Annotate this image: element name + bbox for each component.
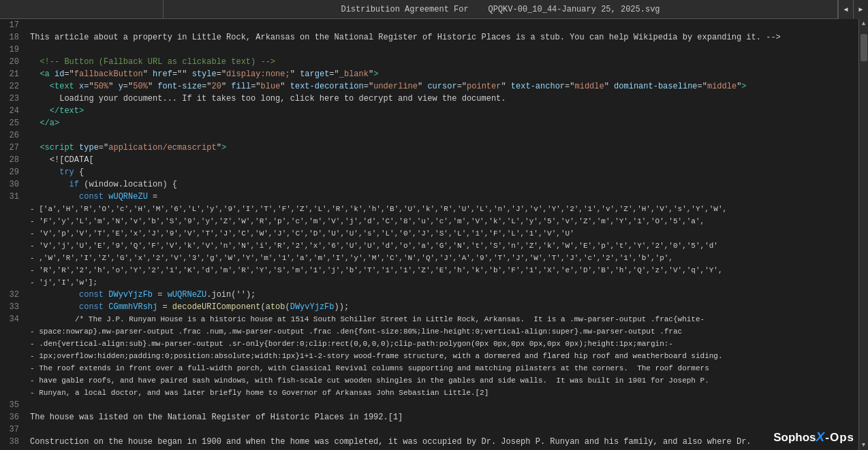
line-content-36: The house was listed on the National Reg… (25, 411, 858, 423)
line-num-31: 31 (0, 191, 25, 203)
line-content-27: <script type="application/ecmascript"> (25, 142, 858, 154)
line-28: 28 <![CDATA[ (0, 154, 858, 166)
line-num-19: 19 (0, 44, 25, 56)
line-content-35 (25, 399, 858, 411)
nav-next-button[interactable]: ► (853, 0, 868, 19)
main-content: 17 18 This article about a property in L… (0, 19, 868, 450)
line-num-31c (0, 215, 25, 227)
line-17: 17 (0, 19, 858, 31)
line-num-34b (0, 325, 25, 338)
line-content-34g: - Runyan, a local doctor, and was later … (25, 387, 858, 399)
line-num-18: 18 (0, 31, 25, 44)
line-33: 33 const CGmmhVRshj = decodeURIComponent… (0, 301, 858, 313)
line-content-29: try { (25, 166, 858, 178)
title-bar-filename: QPQKV-00_10_44-January 25, 2025.svg (489, 5, 660, 14)
sophos-ops-text: -Ops (825, 431, 854, 444)
line-21: 21 <a id="fallbackButton" href="" style=… (0, 68, 858, 80)
line-34g: - Runyan, a local doctor, and was later … (0, 387, 858, 399)
line-29: 29 try { (0, 166, 858, 178)
line-38: 38 Construction on the house began in 19… (0, 436, 858, 448)
title-bar-doc-name: Distribution Agreement For (341, 5, 468, 14)
line-content-22: <text x="50%" y="50%" font-size="20" fil… (25, 80, 858, 93)
line-content-31g: - 'R','R','2','h','o','Y','2','1','K','d… (25, 264, 858, 276)
line-37: 37 (0, 423, 858, 436)
sophos-x-text: X (816, 430, 826, 444)
line-31e: - 'V','j','U','E','9','Q','F','V','k','V… (0, 240, 858, 252)
line-content-31f: - ,'W','R','I','Z','G','x','2','V','3','… (25, 252, 858, 264)
scroll-up-arrow[interactable]: ▲ (859, 19, 869, 29)
line-34b: - space:nowrap}.mw-parser-output .frac .… (0, 325, 858, 338)
line-34e: - The roof extends in front over a full-… (0, 362, 858, 374)
line-24: 24 </text> (0, 105, 858, 117)
line-content-34f: - have gable roofs, and have paired sash… (25, 374, 858, 387)
line-content-34d: - 1px;overflow:hidden;padding:0;position… (25, 350, 858, 362)
line-31d: - 'V','p','V','T','E','x','J','9','V','T… (0, 227, 858, 240)
line-num-31g (0, 264, 25, 276)
line-content-20: <!-- Button (Fallback URL as clickable t… (25, 56, 858, 68)
line-content-34e: - The roof extends in front over a full-… (25, 362, 858, 374)
line-19: 19 (0, 44, 858, 56)
line-content-32: const DWyvYjzFb = wUQRNeZU.join(''); (25, 289, 858, 301)
line-num-31f (0, 252, 25, 264)
line-31h: - 'j','I','w']; (0, 276, 858, 289)
line-num-24: 24 (0, 105, 25, 117)
line-num-25: 25 (0, 117, 25, 129)
scroll-down-arrow[interactable]: ▼ (859, 440, 869, 450)
line-num-34f (0, 374, 25, 387)
code-area: 17 18 This article about a property in L… (0, 19, 868, 450)
vertical-scrollbar[interactable]: ▲ ▼ (858, 19, 868, 450)
line-content-38: Construction on the house began in 1900 … (25, 436, 858, 448)
line-num-31b (0, 203, 25, 215)
line-content-31c: - 'F','y','L','m','N','v','b','S','9','y… (25, 215, 858, 227)
line-content-34: /* The J.P. Runyan House is a historic h… (25, 313, 858, 325)
line-31b: - ['a','H','R','O','c','H','M','6','L','… (0, 203, 858, 215)
line-content-26 (25, 129, 858, 142)
title-bar: Distribution Agreement For QPQKV-00_10_4… (0, 0, 868, 19)
line-num-34e (0, 362, 25, 374)
line-34f: - have gable roofs, and have paired sash… (0, 374, 858, 387)
sophos-logo: SophosX-Ops (773, 430, 854, 445)
line-31g: - 'R','R','2','h','o','Y','2','1','K','d… (0, 264, 858, 276)
line-36: 36 The house was listed on the National … (0, 411, 858, 423)
line-18: 18 This article about a property in Litt… (0, 31, 858, 44)
line-num-34: 34 (0, 313, 25, 325)
line-num-23: 23 (0, 93, 25, 105)
line-30: 30 if (window.location) { (0, 178, 858, 191)
line-content-33: const CGmmhVRshj = decodeURIComponent(at… (25, 301, 858, 313)
line-31c: - 'F','y','L','m','N','v','b','S','9','y… (0, 215, 858, 227)
line-content-25: </a> (25, 117, 858, 129)
line-content-30: if (window.location) { (25, 178, 858, 191)
line-content-31e: - 'V','j','U','E','9','Q','F','V','k','V… (25, 240, 858, 252)
line-num-32: 32 (0, 289, 25, 301)
sophos-brand-text: Sophos (773, 431, 816, 444)
line-num-37: 37 (0, 423, 25, 436)
line-num-27: 27 (0, 142, 25, 154)
line-34d: - 1px;overflow:hidden;padding:0;position… (0, 350, 858, 362)
title-bar-nav: ◄ ► (837, 0, 868, 18)
scroll-thumb[interactable] (861, 34, 867, 61)
line-content-24: </text> (25, 105, 858, 117)
line-content-21: <a id="fallbackButton" href="" style="di… (25, 68, 858, 80)
line-num-38: 38 (0, 436, 25, 448)
line-num-36: 36 (0, 411, 25, 423)
nav-prev-button[interactable]: ◄ (838, 0, 853, 19)
line-35: 35 (0, 399, 858, 411)
line-content-34c: - .den{vertical-align:sub}.mw-parser-out… (25, 338, 858, 350)
line-content-31h: - 'j','I','w']; (25, 276, 858, 289)
line-content-23: Loading your document... If it takes too… (25, 93, 858, 105)
line-num-17: 17 (0, 19, 25, 31)
line-num-29: 29 (0, 166, 25, 178)
title-bar-left-section (0, 0, 164, 18)
line-num-31e (0, 240, 25, 252)
line-num-22: 22 (0, 80, 25, 93)
line-num-20: 20 (0, 56, 25, 68)
line-num-31h (0, 276, 25, 289)
line-content-17 (25, 19, 858, 31)
line-num-35: 35 (0, 399, 25, 411)
line-23: 23 Loading your document... If it takes … (0, 93, 858, 105)
line-num-21: 21 (0, 68, 25, 80)
line-num-28: 28 (0, 154, 25, 166)
line-32: 32 const DWyvYjzFb = wUQRNeZU.join(''); (0, 289, 858, 301)
code-content: 17 18 This article about a property in L… (0, 19, 858, 450)
line-content-31d: - 'V','p','V','T','E','x','J','9','V','T… (25, 227, 858, 240)
